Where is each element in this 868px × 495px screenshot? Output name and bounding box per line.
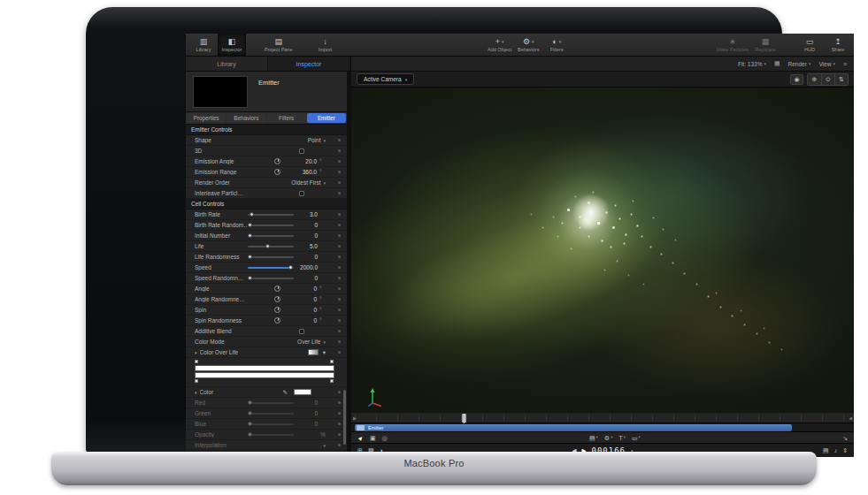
behaviors-button[interactable]: ⚙▾ Behaviors — [514, 34, 542, 56]
text-tool[interactable]: T▾ — [618, 435, 626, 441]
render-order-popup[interactable]: Oldest First▾ — [291, 179, 326, 186]
tab-filters[interactable]: Filters — [267, 113, 306, 123]
slider-thumb[interactable] — [248, 233, 252, 238]
make-particles-button[interactable]: ∗ Make Particles — [714, 34, 751, 56]
import-button[interactable]: ↓ Import — [311, 34, 340, 56]
orbit-tool-button[interactable]: ⇅ — [834, 74, 848, 85]
red-slider[interactable] — [248, 402, 294, 404]
keyframe-menu[interactable] — [334, 308, 343, 311]
spin-dial[interactable] — [274, 307, 280, 313]
replicate-button[interactable]: ▦ Replicate — [751, 34, 780, 56]
gradient-opacity-bar[interactable] — [195, 372, 334, 378]
additive-blend-checkbox[interactable] — [299, 329, 304, 334]
tab-properties[interactable]: Properties — [187, 113, 226, 123]
slider-thumb[interactable] — [248, 400, 252, 405]
view-popup[interactable]: View▾ — [818, 61, 835, 67]
keyframe-menu[interactable] — [334, 277, 343, 279]
3d-checkbox[interactable] — [299, 148, 304, 154]
slider-thumb[interactable] — [288, 265, 293, 270]
library-button[interactable]: ▥ Library — [189, 34, 218, 56]
transform-tool[interactable]: ▣ — [370, 435, 376, 441]
eyedropper-icon[interactable]: ✎ — [283, 389, 288, 396]
keyframe-menu[interactable] — [334, 401, 343, 404]
filters-button[interactable]: ◐▾ Filters — [542, 34, 571, 56]
timeline-bar-emitter[interactable]: Emitter — [355, 424, 792, 431]
interleave-checkbox[interactable] — [299, 191, 304, 196]
render-popup[interactable]: Render▾ — [788, 61, 811, 67]
disclosure-triangle[interactable]: ▾ — [195, 350, 197, 355]
keyframe-menu[interactable] — [334, 330, 343, 332]
opacity-slider[interactable] — [248, 434, 294, 436]
inspector-button[interactable]: ◧ Inspector — [218, 34, 246, 56]
angle-random-dial[interactable] — [274, 296, 280, 302]
keyframe-menu[interactable] — [334, 255, 343, 258]
life-randomness-slider[interactable] — [248, 256, 294, 258]
speed-slider[interactable] — [248, 267, 294, 269]
tab-library[interactable]: Library — [186, 57, 268, 71]
select-tool[interactable]: ► — [357, 433, 365, 442]
scroll-left-icon[interactable]: ▶ — [353, 415, 357, 421]
life-slider[interactable] — [248, 246, 294, 248]
initial-number-slider[interactable] — [248, 235, 294, 237]
keyframe-menu[interactable] — [334, 224, 343, 226]
birth-rate-slider[interactable] — [248, 214, 294, 216]
brush-tool[interactable]: ◎ — [382, 435, 388, 441]
keyframe-menu[interactable] — [334, 139, 343, 141]
keyframe-menu[interactable] — [334, 444, 343, 446]
color-swatch[interactable] — [294, 389, 311, 395]
gradient-stop[interactable] — [195, 379, 198, 383]
canvas-viewport[interactable] — [351, 88, 854, 413]
slider-thumb[interactable] — [248, 255, 252, 259]
expand-icon[interactable]: ⇕ — [842, 447, 848, 454]
blue-slider[interactable] — [248, 423, 294, 425]
playhead[interactable] — [462, 414, 466, 423]
keyframe-menu[interactable] — [334, 234, 343, 237]
keyframe-menu[interactable] — [334, 412, 343, 415]
hud-button[interactable]: ▭ HUD — [795, 34, 824, 56]
zoom-tool-button[interactable]: ⊙ — [821, 74, 834, 85]
emission-range-value[interactable]: 360.0 — [296, 169, 317, 175]
slider-thumb[interactable] — [248, 411, 252, 415]
shape-tool[interactable]: ▭▾ — [632, 435, 641, 441]
speed-random-slider[interactable] — [248, 278, 294, 279]
green-slider[interactable] — [248, 413, 294, 415]
keyframe-menu[interactable] — [334, 192, 343, 194]
timeline-ruler[interactable]: ▶ ◀ — [351, 413, 854, 423]
add-object-button[interactable]: +▾ Add Object — [485, 34, 514, 56]
project-pane-button[interactable]: ▤ Project Pane — [262, 34, 296, 56]
emission-angle-dial[interactable] — [274, 158, 280, 164]
keyframe-menu[interactable] — [334, 287, 343, 290]
keyframe-menu[interactable] — [334, 160, 343, 163]
color-mode-popup[interactable]: Over Life▾ — [297, 339, 326, 345]
tab-emitter[interactable]: Emitter — [307, 113, 346, 123]
audio-icon[interactable]: ♪ — [834, 447, 838, 453]
keyframe-menu[interactable] — [334, 391, 343, 393]
keyframe-menu[interactable] — [334, 340, 343, 343]
emission-angle-value[interactable]: 20.0 — [296, 158, 317, 164]
slider-thumb[interactable] — [265, 244, 270, 248]
birth-rate-value[interactable]: 3.0 — [296, 211, 318, 217]
slider-thumb[interactable] — [248, 432, 252, 437]
behavior-tool[interactable]: ⚙▾ — [604, 435, 613, 441]
inspector-scrollbar[interactable] — [343, 390, 346, 445]
keyframe-menu[interactable] — [334, 266, 343, 269]
keyframe-menu[interactable] — [334, 298, 343, 301]
share-button[interactable]: ↥ Share — [824, 34, 852, 56]
keyframe-menu[interactable] — [334, 423, 343, 425]
shape-popup[interactable]: Point▾ — [308, 137, 326, 143]
keyframe-menu[interactable] — [334, 245, 343, 248]
slider-thumb[interactable] — [248, 276, 252, 280]
keyframe-menu[interactable] — [334, 181, 343, 184]
slider-thumb[interactable] — [248, 223, 252, 227]
gradient-stop[interactable] — [195, 360, 198, 363]
resize-timeline-handle[interactable]: ↘ — [842, 435, 848, 441]
gradient-color-bar[interactable] — [195, 365, 334, 371]
fit-popup[interactable]: Fit: 133%▾ — [738, 61, 766, 67]
spin-randomness-dial[interactable] — [274, 317, 280, 324]
camera-tool[interactable]: ▤▾ — [589, 435, 598, 441]
keyframe-menu[interactable] — [334, 433, 343, 436]
slider-thumb[interactable] — [248, 422, 252, 426]
gradient-stop[interactable] — [330, 360, 334, 363]
interpolation-popup[interactable]: ▾ — [320, 443, 326, 448]
scroll-right-icon[interactable]: ◀ — [849, 415, 852, 421]
